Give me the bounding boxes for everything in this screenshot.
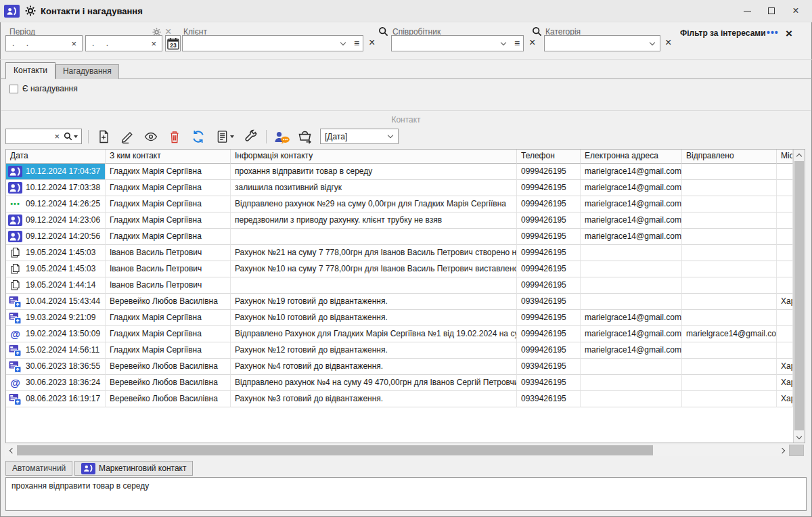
category-combobox[interactable] (544, 35, 660, 51)
table-row[interactable]: 08.06.2023 16:19:17Веревейко Любов Васил… (6, 391, 793, 407)
chevron-down-icon[interactable] (645, 36, 660, 51)
cell-info: Рахунок №19 готовий до відвантаження. (231, 294, 517, 310)
has-reminder-checkbox[interactable]: Є нагадування (9, 84, 78, 93)
table-row[interactable]: @30.06.2023 18:36:24Веревейко Любов Васи… (6, 375, 793, 391)
maximize-button[interactable] (759, 2, 784, 20)
cell-info: Відправлено Рахунок для Гладких Марія Се… (231, 326, 517, 342)
cell-date-text: 30.06.2023 18:36:55 (26, 359, 100, 374)
invoice-ready-icon (7, 296, 23, 308)
vertical-scrollbar-thumb[interactable] (794, 161, 804, 430)
calendar-button[interactable]: 23 (165, 35, 181, 51)
cell-sent (682, 310, 777, 326)
contact-detail-panel[interactable]: прохання відправити товар в середу (5, 477, 807, 511)
cell-info: Рахунок №3 готовий до відвантаження. (231, 391, 517, 407)
delete-button[interactable] (166, 128, 183, 145)
table-row[interactable]: 19.05.2024 1:45:03Іванов Василь Петрович… (6, 245, 793, 261)
cell-phone: 0939426195 (517, 391, 581, 407)
checkbox-box[interactable] (9, 85, 18, 93)
table-row[interactable]: •••09.12.2024 14:26:25Гладких Марія Серг… (6, 196, 793, 212)
table-row[interactable]: 19.05.2024 1:44:14Іванов Василь Петрович… (6, 277, 793, 294)
bottom-tab-marketing[interactable]: Маркетинговий контакт (74, 461, 193, 476)
scroll-right-icon[interactable] (777, 445, 788, 456)
cell-email: marielgrace14@gmail.com (581, 212, 682, 229)
cell-phone: 0999426195 (517, 196, 581, 212)
chevron-down-icon[interactable] (336, 36, 351, 51)
column-header[interactable]: З ким контакт (106, 150, 231, 164)
table-row[interactable]: 30.06.2023 18:36:55Веревейко Любов Васил… (6, 359, 793, 375)
search-clear-icon[interactable]: × (50, 131, 64, 141)
svg-text:23: 23 (170, 41, 177, 48)
period-to-clear-icon[interactable]: × (145, 39, 162, 49)
employee-clear-button[interactable]: × (529, 37, 535, 48)
date-filter-combobox[interactable]: [Дата] (320, 129, 399, 144)
tab-reminders[interactable]: Нагадування (55, 64, 119, 79)
cell-info: прохання відправити товар в середу (231, 164, 517, 180)
table-row[interactable]: 19.05.2024 1:45:03Іванов Василь Петрович… (6, 261, 793, 277)
tab-contacts[interactable]: Контакти (5, 62, 55, 79)
bottom-tab-automatic[interactable]: Автоматичний (5, 461, 72, 476)
view-button[interactable] (142, 128, 160, 145)
refresh-button[interactable] (189, 128, 207, 145)
cell-email (581, 245, 682, 261)
minimize-button[interactable] (735, 2, 759, 20)
add-button[interactable] (95, 128, 112, 145)
edit-button[interactable] (118, 128, 136, 145)
scroll-up-icon[interactable] (794, 150, 805, 160)
close-button[interactable]: × (784, 2, 808, 20)
table-row[interactable]: 09.12.2024 14:20:56Гладких Марія Сергіїв… (6, 229, 793, 245)
list-select-icon[interactable]: ≡ (351, 38, 363, 49)
table-row[interactable]: 09.12.2024 14:23:06Гладких Марія Сергіїв… (6, 212, 793, 229)
marketing-contact-button[interactable] (273, 128, 290, 145)
column-header[interactable]: Електронна адреса (581, 150, 682, 164)
client-combobox[interactable]: ≡ (182, 35, 363, 51)
chevron-down-icon[interactable] (383, 129, 398, 143)
column-header[interactable]: Дата (6, 150, 106, 164)
table-row[interactable]: 10.12.2024 17:03:38Гладких Марія Сергіїв… (6, 180, 793, 196)
report-button[interactable] (213, 128, 236, 145)
cell-sent (682, 342, 777, 359)
column-header[interactable]: Відправлено (682, 150, 777, 164)
date-filter-value: [Дата] (321, 132, 383, 141)
client-clear-button[interactable]: × (369, 37, 375, 48)
table-row[interactable]: 10.04.2024 15:43:44Веревейко Любов Васил… (6, 294, 793, 310)
list-select-icon[interactable]: ≡ (511, 38, 523, 49)
contact-detail-text: прохання відправити товар в середу (12, 481, 149, 491)
window-gear-icon[interactable] (24, 5, 36, 17)
chevron-down-icon[interactable] (496, 36, 511, 51)
column-header[interactable]: Міс (777, 150, 793, 164)
app-contact-phone-icon (4, 5, 20, 18)
more-options-icon[interactable]: ••• (767, 27, 779, 38)
horizontal-scrollbar[interactable] (5, 445, 788, 456)
cell-city: Хар (777, 391, 793, 407)
period-from-clear-icon[interactable]: × (66, 39, 82, 49)
cell-date-text: 08.06.2023 16:19:17 (26, 391, 100, 407)
column-header[interactable]: Телефон (517, 150, 581, 164)
employee-combobox[interactable]: ≡ (391, 35, 524, 51)
cell-contact: Іванов Василь Петрович (106, 261, 231, 277)
vertical-scrollbar[interactable] (793, 150, 805, 443)
search-icon[interactable] (64, 132, 81, 141)
shipment-button[interactable] (296, 128, 314, 145)
period-to-input[interactable]: . . × (85, 35, 162, 51)
cell-phone: 0999426195 (517, 342, 581, 359)
scroll-down-icon[interactable] (794, 432, 805, 443)
cell-phone: 0999426195 (517, 245, 581, 261)
column-header[interactable]: Інформація контакту (231, 150, 517, 164)
cell-sent (682, 261, 777, 277)
interest-filter-clear-button[interactable]: × (786, 28, 792, 39)
table-row[interactable]: 10.12.2024 17:04:37Гладких Марія Сергіїв… (6, 164, 793, 180)
employee-search-icon[interactable] (378, 26, 388, 37)
table-row[interactable]: 19.03.2024 9:21:09Гладких Марія Сергіївн… (6, 310, 793, 326)
scroll-left-icon[interactable] (5, 445, 16, 456)
search-input[interactable]: × (5, 129, 82, 144)
category-clear-button[interactable]: × (665, 37, 671, 48)
table-row[interactable]: 15.02.2024 14:56:11Гладких Марія Сергіїв… (6, 342, 793, 359)
category-search-icon[interactable] (532, 26, 542, 37)
cell-city: Хар (777, 359, 793, 375)
period-from-input[interactable]: . . × (5, 35, 83, 51)
table-row[interactable]: @19.02.2024 13:50:09Гладких Марія Сергії… (6, 326, 793, 342)
cell-date-text: 10.12.2024 17:04:37 (26, 164, 100, 179)
settings-button[interactable] (242, 128, 260, 145)
cell-city (777, 164, 793, 180)
horizontal-scrollbar-thumb[interactable] (17, 445, 653, 455)
